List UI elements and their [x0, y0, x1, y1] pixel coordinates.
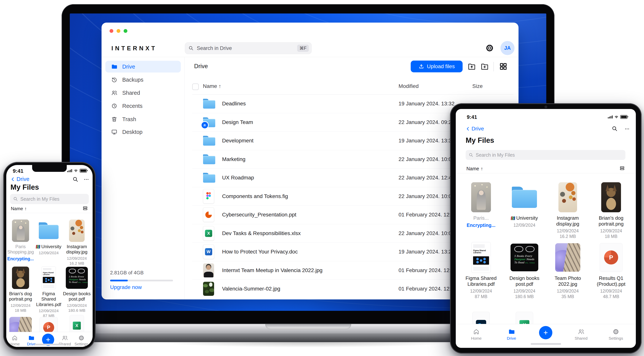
sidebar-item-backups[interactable]: Backups — [105, 74, 181, 86]
sidebar-item-drive[interactable]: Drive — [105, 61, 181, 73]
search-input[interactable]: Search in Drive ⌘F — [185, 42, 312, 54]
chevron-left-icon — [10, 177, 16, 182]
nav-item-drive[interactable]: Drive — [507, 328, 516, 341]
file-name: Cybersecurity_Presentation.ppt — [222, 212, 296, 218]
search-input[interactable]: Search in My Files — [10, 194, 89, 204]
file-card[interactable]: Instagram display.jpg 12/09/202416.2 MB — [63, 219, 91, 266]
file-card[interactable]: Paris... Encrypting... — [461, 182, 501, 228]
grid-view-button[interactable] — [499, 62, 508, 71]
file-card[interactable]: Team Photo 2022.jpg 12/09/202435 MB — [548, 242, 588, 299]
file-size: 180.6 MB — [68, 308, 85, 313]
home-indicator[interactable] — [34, 344, 65, 345]
file-card[interactable]: Figma Shared Libraries Figma Shared Libr… — [34, 266, 63, 318]
books-emoji-icon — [511, 216, 515, 220]
photo-thumbnail — [12, 219, 29, 242]
powerpoint-logo: P — [43, 322, 54, 333]
storage-progress-fill — [110, 280, 128, 281]
sidebar-item-label: Trash — [122, 116, 136, 123]
upgrade-link[interactable]: Upgrade now — [110, 284, 142, 290]
search-placeholder: Search in Drive — [197, 45, 297, 51]
file-date: 12/09/2024 — [10, 303, 30, 308]
file-name: Valencia-Summer-02.jpg — [222, 286, 280, 292]
file-card[interactable]: Paris Shopping.jpg Encrypting... — [6, 219, 34, 261]
column-header-size[interactable]: Size — [472, 83, 482, 89]
file-date: 12/09/2024 — [513, 289, 535, 294]
file-modified: 22 January 2024. 10:08 — [398, 230, 454, 236]
nav-item-shared[interactable]: Shared — [574, 328, 588, 341]
file-card[interactable]: Instagram display.jpg 12/09/202416.2 MB — [548, 182, 588, 239]
file-name: Dev Tasks & Responsibilities.xlsx — [222, 230, 300, 236]
file-size: 18 MB — [15, 308, 26, 313]
figma-file-icon — [203, 189, 214, 203]
file-name: Deadlines — [222, 101, 246, 107]
column-header-name[interactable]: Name ↑ — [203, 83, 221, 89]
file-modified: 01 February 2024. 12:30 — [398, 267, 457, 273]
file-date: 12/09/2024 — [38, 309, 58, 313]
sidebar-item-desktop[interactable]: Desktop — [105, 126, 181, 138]
laptop-lid-notch — [265, 324, 351, 329]
back-button[interactable]: Drive — [466, 126, 484, 132]
list-view-icon — [82, 206, 88, 211]
zoom-traffic-light[interactable] — [124, 29, 128, 33]
search-input[interactable]: Search in My Files — [466, 150, 625, 160]
sort-arrow-icon: ↑ — [218, 83, 221, 89]
photo-thumbnail — [601, 182, 621, 212]
sidebar-item-shared[interactable]: Shared — [105, 87, 181, 99]
plus-icon — [543, 330, 548, 336]
file-size: 180.6 MB — [515, 294, 534, 299]
home-indicator[interactable] — [531, 343, 561, 345]
file-card[interactable]: P Results Q1 (Product).ppt 12/09/202448.… — [591, 242, 631, 299]
new-folder-button[interactable] — [480, 62, 489, 71]
minimize-traffic-light[interactable] — [116, 29, 120, 33]
people-icon — [62, 335, 68, 341]
upload-files-button[interactable]: Upload files — [411, 61, 462, 72]
select-all-checkbox[interactable] — [192, 84, 199, 90]
photo-thumbnail — [558, 182, 577, 212]
file-card[interactable]: 5 Books Every Designer Needs To Read VOL… — [63, 266, 91, 313]
folder-card[interactable]: University 12/09/2024 — [504, 182, 544, 228]
search-button[interactable] — [72, 177, 78, 182]
avatar[interactable]: JA — [500, 41, 514, 55]
close-traffic-light[interactable] — [110, 29, 113, 33]
column-header-modified[interactable]: Modified — [398, 83, 419, 89]
people-icon — [111, 90, 118, 96]
sort-control[interactable]: Name↑ — [11, 206, 27, 211]
tablet-camera — [544, 106, 547, 108]
list-view-toggle[interactable] — [82, 206, 88, 211]
more-menu-button[interactable] — [624, 127, 630, 131]
more-menu-button[interactable] — [83, 177, 90, 182]
nav-item-home[interactable]: Home — [10, 335, 20, 346]
file-card[interactable]: Brian's dog portrait.png 12/09/202418 MB — [6, 266, 34, 313]
nav-item-home[interactable]: Home — [471, 328, 482, 341]
nav-label: Shared — [574, 336, 588, 341]
upload-folder-button[interactable] — [467, 62, 476, 71]
folder-card[interactable]: University 12/09/2024 — [34, 219, 63, 256]
file-card[interactable]: Brian's dog portrait.png 12/09/202418 MB — [591, 182, 631, 239]
settings-gear-button[interactable] — [485, 43, 494, 53]
home-icon — [473, 328, 480, 335]
list-view-toggle[interactable] — [619, 166, 625, 171]
folder-upload-icon — [467, 62, 476, 71]
nav-item-settings[interactable]: Settings — [74, 335, 88, 346]
folder-icon — [111, 63, 118, 70]
toolbar-divider — [494, 62, 494, 71]
search-button[interactable] — [612, 126, 618, 132]
file-name: Internxt Team Meetup in Valencia 2022.jp… — [222, 267, 322, 273]
sort-control[interactable]: Name↑ — [466, 166, 483, 172]
folder-icon — [203, 136, 215, 146]
upload-button-label: Upload files — [427, 63, 454, 69]
sidebar-item-trash[interactable]: Trash — [105, 113, 181, 125]
back-button[interactable]: Drive — [10, 176, 30, 182]
bottom-nav: Home Drive Shared Settings — [456, 324, 636, 348]
file-card[interactable]: 5 Books Every Designer Needs To Read VOL… — [504, 242, 544, 299]
photo-thumbnail — [69, 219, 84, 242]
battery-icon — [80, 169, 87, 173]
nav-label: Home — [471, 336, 482, 341]
add-button[interactable] — [539, 326, 552, 339]
nav-item-settings[interactable]: Settings — [609, 328, 623, 341]
gear-icon — [485, 43, 494, 53]
powerpoint-file-icon — [203, 207, 214, 222]
sidebar-item-recents[interactable]: Recents — [105, 100, 181, 112]
file-card[interactable]: Figma Shared Libraries Figma Shared Libr… — [461, 242, 501, 299]
file-modified: 01 February 2024. 12:30 — [398, 286, 457, 292]
